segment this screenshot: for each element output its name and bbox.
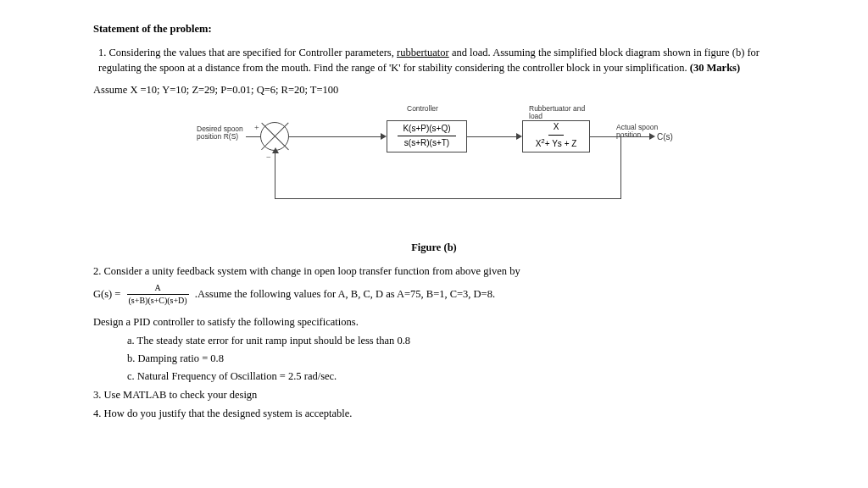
problem-3-text: 3. Use MATLAB to check your design	[93, 387, 775, 402]
controller-block: K(s+P)(s+Q) s(s+R)(s+T)	[387, 120, 467, 152]
arrowhead-icon	[516, 133, 522, 140]
problem-4-text: 4. How do you justify that the designed …	[93, 406, 775, 421]
minus-sign: −	[266, 152, 271, 164]
plant-block: X X2+ Ys + Z	[522, 120, 590, 152]
plus-sign: +	[254, 122, 259, 135]
rubbertuator-load-label: Rubbertuator and load	[529, 105, 597, 121]
transfer-function-formula: G(s) = A (s+B)(s+C)(s+D) .Assume the fol…	[93, 282, 775, 308]
wire-input	[246, 136, 260, 137]
desired-spoon-label: Desired spoon position R(S)	[197, 125, 248, 141]
p1-part-a: 1. Considering the values that are speci…	[98, 47, 397, 58]
block-diagram: Controller Rubbertuator and load Desired…	[197, 105, 671, 236]
statement-heading: Statement of the problem:	[93, 21, 775, 36]
gs-numerator: A	[127, 282, 189, 296]
arrowhead-icon	[649, 133, 655, 140]
plant-numerator: X	[548, 120, 565, 136]
plant-denominator: X2+ Ys + Z	[531, 136, 582, 152]
wire-feedback-horiz	[275, 198, 621, 199]
gs-tail: .Assume the following values for A, B, C…	[195, 288, 495, 300]
wire-sum-to-b1	[289, 136, 382, 137]
spec-c: c. Natural Frequency of Oscillation = 2.…	[127, 369, 775, 384]
wire-b1-to-b2	[467, 136, 518, 137]
arrowhead-icon	[381, 133, 387, 140]
gs-fraction: A (s+B)(s+C)(s+D)	[127, 282, 189, 308]
marks-label: (30 Marks)	[690, 62, 740, 74]
gs-denominator: (s+B)(s+C)(s+D)	[127, 295, 189, 308]
controller-denominator: s(s+R)(s+T)	[399, 136, 454, 151]
assume-line: Assume X =10; Y=10; Z=29; P=0.01; Q=6; R…	[93, 82, 775, 97]
spec-b: b. Damping ratio = 0.8	[127, 351, 775, 366]
controller-label: Controller	[407, 105, 438, 113]
problem-1-text: 1. Considering the values that are speci…	[98, 45, 775, 75]
cs-label: C(s)	[657, 132, 673, 141]
rubbertuator-word: rubbertuator	[397, 47, 449, 58]
arrowhead-icon	[272, 147, 279, 153]
wire-feedback-up	[275, 151, 275, 199]
problem-2-text: 2. Consider a unity feedback system with…	[93, 263, 775, 279]
figure-caption: Figure (b)	[93, 240, 775, 255]
summing-junction-icon	[260, 122, 289, 151]
design-line: Design a PID controller to satisfy the f…	[93, 314, 775, 330]
wire-feedback-down	[620, 136, 621, 199]
spec-a: a. The steady state error for unit ramp …	[127, 333, 775, 348]
controller-numerator: K(s+P)(s+Q)	[398, 122, 455, 137]
gs-lhs: G(s) =	[93, 288, 120, 300]
